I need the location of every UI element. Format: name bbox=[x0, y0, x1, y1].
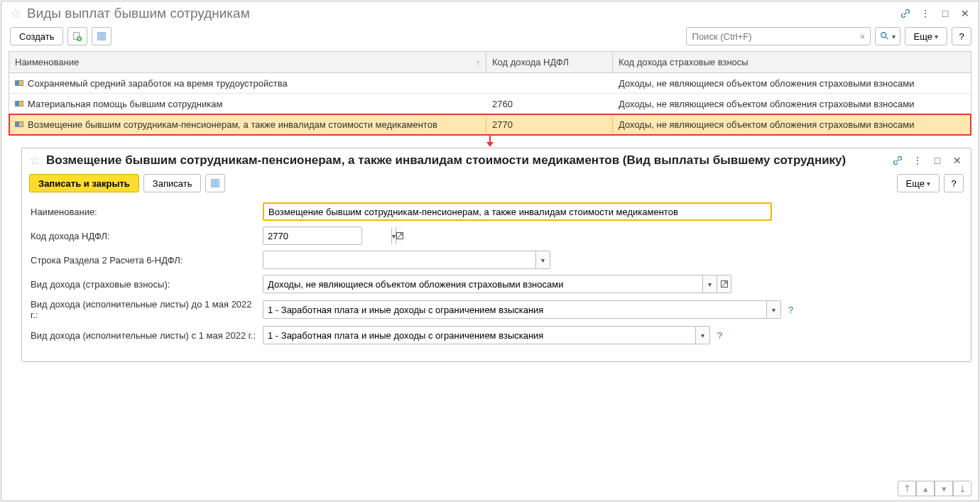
callout-arrow-icon bbox=[1, 135, 979, 147]
search-dropdown-button[interactable] bbox=[875, 27, 900, 45]
table-row[interactable]: Материальная помощь бывшим сотрудникам 2… bbox=[9, 94, 971, 114]
field-row-exec-after: Вид дохода (исполнительные листы) с 1 ма… bbox=[22, 323, 971, 347]
dropdown-arrow-icon[interactable]: ▾ bbox=[766, 301, 780, 318]
th-name-label: Наименование bbox=[15, 57, 79, 67]
ins-label: Вид дохода (страховые взносы): bbox=[29, 279, 260, 290]
link-icon[interactable] bbox=[891, 154, 904, 167]
title-controls: ⋮ □ ✕ bbox=[899, 7, 971, 20]
close-icon[interactable]: ✕ bbox=[951, 154, 964, 167]
ndfl-label: Код дохода НДФЛ: bbox=[29, 231, 260, 241]
cell-name: Сохраняемый средний заработок на время т… bbox=[28, 78, 288, 89]
dropdown-arrow-icon[interactable]: ▾ bbox=[695, 327, 709, 344]
favorite-star-icon[interactable]: ☆ bbox=[10, 6, 21, 21]
help-button[interactable]: ? bbox=[952, 27, 971, 45]
more-button[interactable]: Еще bbox=[905, 27, 947, 45]
field-row-name: Наименование: bbox=[22, 200, 971, 224]
cell-name: Возмещение бывшим сотрудникам-пенсионера… bbox=[28, 119, 437, 130]
kebab-menu-icon[interactable]: ⋮ bbox=[919, 7, 932, 20]
field-row-section2: Строка Раздела 2 Расчета 6-НДФЛ: ▾ bbox=[22, 248, 971, 272]
field-help-icon[interactable]: ? bbox=[788, 305, 793, 315]
table-row-selected[interactable]: Возмещение бывшим сотрудникам-пенсионера… bbox=[9, 114, 971, 135]
exec-before-input-wrap: ▾ bbox=[263, 300, 781, 319]
nav-down-icon[interactable]: ▾ bbox=[935, 481, 953, 496]
kebab-menu-icon[interactable]: ⋮ bbox=[911, 154, 924, 167]
exec-before-label: Вид дохода (исполнительные листы) до 1 м… bbox=[29, 299, 260, 320]
detail-toolbar: Записать и закрыть Записать Еще ? bbox=[22, 171, 971, 200]
name-input[interactable] bbox=[264, 204, 771, 219]
maximize-icon[interactable]: □ bbox=[931, 154, 944, 167]
cell-ndfl: 2760 bbox=[486, 95, 613, 113]
more-button[interactable]: Еще bbox=[897, 174, 940, 192]
ndfl-input[interactable] bbox=[263, 227, 391, 244]
save-and-close-button[interactable]: Записать и закрыть bbox=[29, 174, 139, 192]
cell-ins: Доходы, не являющиеся объектом обложения… bbox=[613, 75, 971, 92]
detail-title-bar: ☆ Возмещение бывшим сотрудникам-пенсионе… bbox=[22, 148, 971, 171]
field-row-ndfl: Код дохода НДФЛ: ▾ bbox=[22, 224, 971, 248]
payments-table: Наименование ↑ Код дохода НДФЛ Код доход… bbox=[9, 51, 971, 136]
ndfl-input-wrap: ▾ bbox=[263, 227, 362, 245]
close-icon[interactable]: ✕ bbox=[959, 7, 971, 20]
dropdown-arrow-icon[interactable]: ▾ bbox=[535, 251, 550, 268]
search-input[interactable] bbox=[687, 31, 856, 42]
open-ref-icon[interactable] bbox=[396, 227, 403, 244]
maximize-icon[interactable]: □ bbox=[939, 7, 952, 20]
th-name[interactable]: Наименование ↑ bbox=[9, 52, 486, 72]
copy-new-button[interactable] bbox=[67, 27, 87, 45]
exec-after-input-wrap: ▾ bbox=[263, 326, 710, 344]
main-toolbar: Создать × Еще ? bbox=[1, 24, 979, 51]
search-clear-icon[interactable]: × bbox=[856, 31, 870, 42]
field-row-ins: Вид дохода (страховые взносы): ▾ bbox=[22, 272, 971, 296]
link-icon[interactable] bbox=[899, 7, 912, 20]
cell-ndfl: 2770 bbox=[486, 116, 613, 133]
cell-ins: Доходы, не являющиеся объектом обложения… bbox=[613, 95, 971, 113]
table-row[interactable]: Сохраняемый средний заработок на время т… bbox=[9, 73, 971, 94]
footer-nav: ⤒ ▴ ▾ ⤓ bbox=[898, 481, 971, 496]
cell-ndfl bbox=[486, 80, 613, 87]
nav-up-icon[interactable]: ▴ bbox=[916, 481, 935, 496]
dropdown-arrow-icon[interactable]: ▾ bbox=[702, 275, 717, 293]
main-window: ☆ Виды выплат бывшим сотрудникам ⋮ □ ✕ С… bbox=[1, 1, 979, 501]
th-ins[interactable]: Код дохода страховые взносы bbox=[613, 52, 971, 72]
list-button[interactable] bbox=[205, 174, 225, 192]
ins-input-wrap: ▾ bbox=[263, 275, 731, 293]
exec-before-input[interactable] bbox=[263, 301, 766, 318]
table-header: Наименование ↑ Код дохода НДФЛ Код доход… bbox=[9, 52, 971, 73]
field-row-exec-before: Вид дохода (исполнительные листы) до 1 м… bbox=[22, 296, 971, 323]
name-input-wrap bbox=[263, 202, 772, 221]
row-type-icon bbox=[15, 121, 23, 127]
svg-point-3 bbox=[881, 33, 886, 38]
exec-after-input[interactable] bbox=[263, 327, 695, 344]
row-type-icon bbox=[15, 80, 23, 86]
detail-title: Возмещение бывшим сотрудникам-пенсионера… bbox=[46, 153, 886, 168]
ins-input[interactable] bbox=[263, 275, 702, 293]
nav-first-icon[interactable]: ⤒ bbox=[898, 481, 916, 496]
table-body: Сохраняемый средний заработок на время т… bbox=[9, 73, 971, 135]
list-button[interactable] bbox=[92, 27, 111, 45]
section2-label: Строка Раздела 2 Расчета 6-НДФЛ: bbox=[29, 255, 260, 266]
row-type-icon bbox=[15, 101, 23, 107]
help-button[interactable]: ? bbox=[944, 174, 964, 192]
th-ndfl[interactable]: Код дохода НДФЛ bbox=[486, 52, 613, 72]
cell-ins: Доходы, не являющиеся объектом обложения… bbox=[613, 116, 971, 133]
section2-input[interactable] bbox=[263, 251, 535, 268]
name-label: Наименование: bbox=[29, 207, 260, 217]
main-title-bar: ☆ Виды выплат бывшим сотрудникам ⋮ □ ✕ bbox=[1, 1, 979, 24]
sort-asc-icon: ↑ bbox=[477, 58, 481, 67]
open-ref-icon[interactable] bbox=[717, 275, 731, 293]
nav-last-icon[interactable]: ⤓ bbox=[953, 481, 971, 496]
detail-window: ☆ Возмещение бывшим сотрудникам-пенсионе… bbox=[21, 148, 971, 362]
search-input-wrap: × bbox=[686, 27, 871, 45]
save-button[interactable]: Записать bbox=[143, 174, 202, 192]
section2-input-wrap: ▾ bbox=[263, 251, 550, 269]
create-button[interactable]: Создать bbox=[10, 27, 63, 45]
cell-name: Материальная помощь бывшим сотрудникам bbox=[28, 99, 222, 109]
detail-title-controls: ⋮ □ ✕ bbox=[891, 154, 964, 167]
exec-after-label: Вид дохода (исполнительные листы) с 1 ма… bbox=[29, 330, 260, 341]
window-title: Виды выплат бывшим сотрудникам bbox=[27, 6, 893, 21]
favorite-star-icon[interactable]: ☆ bbox=[29, 153, 40, 168]
field-help-icon[interactable]: ? bbox=[717, 330, 722, 341]
